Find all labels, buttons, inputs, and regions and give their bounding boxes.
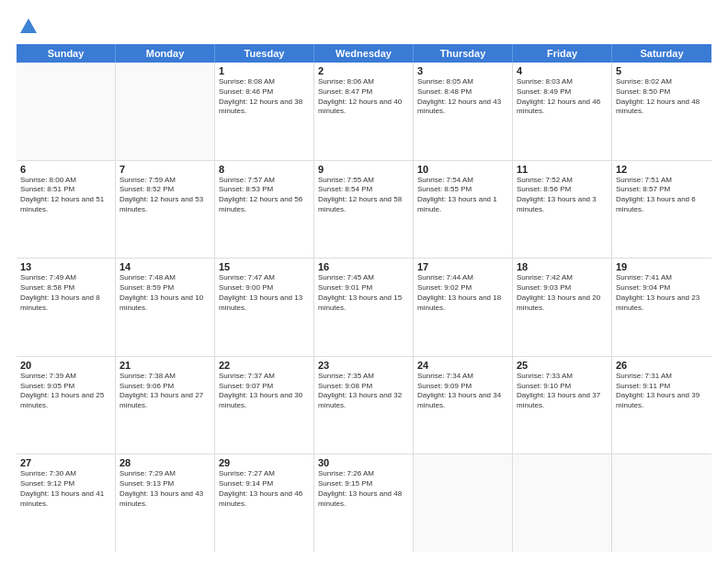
cell-text: Sunrise: 7:37 AMSunset: 9:07 PMDaylight:…	[219, 372, 310, 411]
calendar-cell: 22Sunrise: 7:37 AMSunset: 9:07 PMDayligh…	[215, 357, 314, 454]
cell-text: Sunrise: 7:54 AMSunset: 8:55 PMDaylight:…	[417, 176, 508, 215]
cell-text: Sunrise: 7:39 AMSunset: 9:05 PMDaylight:…	[20, 372, 111, 411]
calendar-row: 20Sunrise: 7:39 AMSunset: 9:05 PMDayligh…	[17, 357, 711, 455]
calendar-cell: 12Sunrise: 7:51 AMSunset: 8:57 PMDayligh…	[612, 161, 711, 259]
calendar-cell: 16Sunrise: 7:45 AMSunset: 9:01 PMDayligh…	[314, 259, 414, 356]
cell-text: Sunrise: 7:45 AMSunset: 9:01 PMDaylight:…	[318, 273, 409, 313]
svg-marker-0	[20, 18, 37, 33]
cell-text: Sunrise: 7:55 AMSunset: 8:54 PMDaylight:…	[318, 176, 409, 215]
calendar-cell	[612, 454, 711, 552]
day-number: 26	[616, 360, 708, 371]
calendar-cell: 14Sunrise: 7:48 AMSunset: 8:59 PMDayligh…	[116, 259, 215, 356]
calendar-cell: 24Sunrise: 7:34 AMSunset: 9:09 PMDayligh…	[414, 357, 513, 454]
calendar-cell: 29Sunrise: 7:27 AMSunset: 9:14 PMDayligh…	[215, 454, 314, 552]
day-number: 10	[417, 164, 508, 175]
calendar-row: 6Sunrise: 8:00 AMSunset: 8:51 PMDaylight…	[17, 161, 711, 259]
day-number: 20	[20, 360, 111, 371]
cell-text: Sunrise: 8:05 AMSunset: 8:48 PMDaylight:…	[417, 77, 508, 117]
day-number: 21	[119, 360, 210, 371]
logo	[17, 17, 39, 37]
calendar: SundayMondayTuesdayWednesdayThursdayFrid…	[17, 44, 711, 552]
day-number: 17	[417, 261, 508, 272]
day-number: 12	[616, 164, 708, 175]
cell-text: Sunrise: 7:31 AMSunset: 9:11 PMDaylight:…	[616, 372, 708, 411]
day-number: 6	[20, 164, 111, 175]
calendar-cell: 30Sunrise: 7:26 AMSunset: 9:15 PMDayligh…	[314, 454, 414, 552]
cell-text: Sunrise: 7:51 AMSunset: 8:57 PMDaylight:…	[616, 176, 708, 215]
calendar-cell: 3Sunrise: 8:05 AMSunset: 8:48 PMDaylight…	[414, 63, 513, 160]
calendar-cell: 5Sunrise: 8:02 AMSunset: 8:50 PMDaylight…	[612, 63, 711, 160]
day-header-sunday: Sunday	[17, 44, 116, 63]
cell-text: Sunrise: 8:06 AMSunset: 8:47 PMDaylight:…	[318, 77, 409, 117]
day-number: 29	[219, 457, 310, 468]
cell-text: Sunrise: 7:33 AMSunset: 9:10 PMDaylight:…	[517, 372, 608, 411]
calendar-cell: 9Sunrise: 7:55 AMSunset: 8:54 PMDaylight…	[314, 161, 414, 259]
day-number: 3	[417, 65, 508, 76]
calendar-cell: 6Sunrise: 8:00 AMSunset: 8:51 PMDaylight…	[17, 161, 116, 259]
day-header-tuesday: Tuesday	[215, 44, 314, 63]
calendar-cell: 20Sunrise: 7:39 AMSunset: 9:05 PMDayligh…	[17, 357, 116, 454]
day-number: 24	[417, 360, 508, 371]
day-header-saturday: Saturday	[612, 44, 711, 63]
cell-text: Sunrise: 7:52 AMSunset: 8:56 PMDaylight:…	[517, 176, 608, 215]
cell-text: Sunrise: 7:34 AMSunset: 9:09 PMDaylight:…	[417, 372, 508, 411]
day-header-thursday: Thursday	[414, 44, 513, 63]
calendar-row: 1Sunrise: 8:08 AMSunset: 8:46 PMDaylight…	[17, 63, 711, 161]
calendar-body: 1Sunrise: 8:08 AMSunset: 8:46 PMDaylight…	[17, 63, 711, 552]
calendar-cell: 17Sunrise: 7:44 AMSunset: 9:02 PMDayligh…	[414, 259, 513, 356]
calendar-cell: 8Sunrise: 7:57 AMSunset: 8:53 PMDaylight…	[215, 161, 314, 259]
day-number: 18	[517, 261, 608, 272]
day-number: 23	[318, 360, 409, 371]
calendar-row: 13Sunrise: 7:49 AMSunset: 8:58 PMDayligh…	[17, 259, 711, 357]
day-number: 2	[318, 65, 409, 76]
cell-text: Sunrise: 8:00 AMSunset: 8:51 PMDaylight:…	[20, 176, 111, 215]
page: SundayMondayTuesdayWednesdayThursdayFrid…	[0, 0, 728, 563]
calendar-cell: 25Sunrise: 7:33 AMSunset: 9:10 PMDayligh…	[513, 357, 612, 454]
day-number: 11	[517, 164, 608, 175]
day-number: 4	[517, 65, 608, 76]
cell-text: Sunrise: 7:42 AMSunset: 9:03 PMDaylight:…	[517, 273, 608, 313]
calendar-cell	[414, 454, 513, 552]
day-number: 30	[318, 457, 409, 468]
calendar-cell: 26Sunrise: 7:31 AMSunset: 9:11 PMDayligh…	[612, 357, 711, 454]
day-number: 16	[318, 261, 409, 272]
calendar-header: SundayMondayTuesdayWednesdayThursdayFrid…	[17, 44, 711, 63]
calendar-cell: 1Sunrise: 8:08 AMSunset: 8:46 PMDaylight…	[215, 63, 314, 160]
cell-text: Sunrise: 7:49 AMSunset: 8:58 PMDaylight:…	[20, 273, 111, 313]
calendar-cell: 18Sunrise: 7:42 AMSunset: 9:03 PMDayligh…	[513, 259, 612, 356]
cell-text: Sunrise: 8:08 AMSunset: 8:46 PMDaylight:…	[219, 77, 310, 117]
day-header-monday: Monday	[116, 44, 215, 63]
day-number: 15	[219, 261, 310, 272]
calendar-cell: 13Sunrise: 7:49 AMSunset: 8:58 PMDayligh…	[17, 259, 116, 356]
day-number: 22	[219, 360, 310, 371]
calendar-cell: 21Sunrise: 7:38 AMSunset: 9:06 PMDayligh…	[116, 357, 215, 454]
day-number: 9	[318, 164, 409, 175]
day-number: 14	[119, 261, 210, 272]
calendar-cell: 15Sunrise: 7:47 AMSunset: 9:00 PMDayligh…	[215, 259, 314, 356]
calendar-cell: 2Sunrise: 8:06 AMSunset: 8:47 PMDaylight…	[314, 63, 414, 160]
cell-text: Sunrise: 7:59 AMSunset: 8:52 PMDaylight:…	[119, 176, 210, 215]
calendar-cell: 28Sunrise: 7:29 AMSunset: 9:13 PMDayligh…	[116, 454, 215, 552]
day-number: 8	[219, 164, 310, 175]
calendar-cell: 27Sunrise: 7:30 AMSunset: 9:12 PMDayligh…	[17, 454, 116, 552]
calendar-cell: 11Sunrise: 7:52 AMSunset: 8:56 PMDayligh…	[513, 161, 612, 259]
day-header-wednesday: Wednesday	[314, 44, 414, 63]
calendar-cell	[116, 63, 215, 160]
cell-text: Sunrise: 7:27 AMSunset: 9:14 PMDaylight:…	[219, 469, 310, 509]
calendar-cell: 10Sunrise: 7:54 AMSunset: 8:55 PMDayligh…	[414, 161, 513, 259]
header	[17, 17, 711, 37]
calendar-cell	[513, 454, 612, 552]
cell-text: Sunrise: 7:44 AMSunset: 9:02 PMDaylight:…	[417, 273, 508, 313]
day-number: 5	[616, 65, 708, 76]
calendar-row: 27Sunrise: 7:30 AMSunset: 9:12 PMDayligh…	[17, 454, 711, 552]
cell-text: Sunrise: 7:26 AMSunset: 9:15 PMDaylight:…	[318, 469, 409, 509]
cell-text: Sunrise: 7:47 AMSunset: 9:00 PMDaylight:…	[219, 273, 310, 313]
day-number: 28	[119, 457, 210, 468]
cell-text: Sunrise: 7:38 AMSunset: 9:06 PMDaylight:…	[119, 372, 210, 411]
calendar-cell: 4Sunrise: 8:03 AMSunset: 8:49 PMDaylight…	[513, 63, 612, 160]
day-number: 19	[616, 261, 708, 272]
calendar-cell: 23Sunrise: 7:35 AMSunset: 9:08 PMDayligh…	[314, 357, 414, 454]
calendar-cell: 7Sunrise: 7:59 AMSunset: 8:52 PMDaylight…	[116, 161, 215, 259]
calendar-cell	[17, 63, 116, 160]
cell-text: Sunrise: 7:48 AMSunset: 8:59 PMDaylight:…	[119, 273, 210, 313]
